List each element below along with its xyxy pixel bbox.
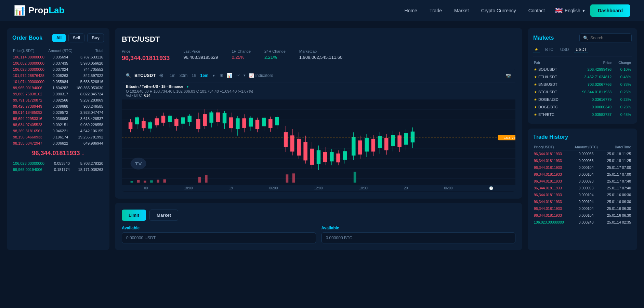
24h-change-value: 2.21% — [264, 55, 286, 60]
svg-rect-99 — [163, 179, 166, 183]
ob-buy-row[interactable]: 106,023.00000000 0.053840 5,708.278320 — [12, 160, 104, 166]
ob-sell-row[interactable]: 98,269.31816561 0.046221 4,542.106155 — [12, 128, 104, 134]
ob-sell-price: 98,694.22953316 — [12, 116, 47, 122]
ob-sell-button[interactable]: Sell — [68, 34, 84, 42]
svg-rect-101 — [205, 175, 208, 183]
chart-pair-name: Bitcoin / TetherUS · 15 · Binance — [126, 84, 183, 89]
chart-type-icon-1[interactable]: ⊞ — [220, 73, 223, 78]
24h-change-label: 24H Change — [264, 49, 286, 53]
ob-sell-row[interactable]: 98,694.22953316 0.036663 3,618.426537 — [12, 116, 104, 122]
ob-sell-total: 3,618.426537 — [74, 116, 104, 122]
svg-rect-65 — [317, 150, 320, 163]
nav-crypto[interactable]: Crypto Currency — [481, 8, 516, 13]
ob-sell-amount: 0.008263 — [47, 72, 74, 79]
market-row[interactable]: ★ BNB/USDT 703.02067766 0.78% — [533, 81, 632, 88]
last-price-label: Last Price — [183, 49, 218, 53]
market-pair-name: BTC/USDT — [538, 90, 557, 94]
svg-rect-47 — [255, 120, 259, 129]
time-1h[interactable]: 1h — [190, 72, 197, 79]
ob-sell-row[interactable]: 106,114.00000000 0.035694 3,787.633116 — [12, 54, 104, 60]
nav-home[interactable]: Home — [405, 8, 417, 13]
markets-search-box[interactable]: 🔍 — [579, 34, 632, 42]
ob-sell-row[interactable]: 99,889.75838162 0.080317 8,022.845724 — [12, 91, 104, 97]
market-pair-name: BNB/USDT — [538, 82, 557, 86]
market-pair-name: ETH/BTC — [538, 112, 554, 117]
ob-sell-row[interactable]: 99,965.00194006 1.804282 180,365.053630 — [12, 85, 104, 91]
svg-rect-51 — [269, 119, 272, 128]
add-indicator-button[interactable]: ⊕ — [159, 72, 163, 79]
market-row[interactable]: ★ ETH/BTC 0.03583737 0.48% — [533, 111, 632, 118]
th-col-datetime: Date/Time — [601, 144, 632, 150]
market-change: 0.48% — [612, 111, 632, 118]
svg-rect-25 — [181, 118, 185, 123]
camera-icon[interactable]: 📷 — [505, 73, 511, 78]
ob-sell-row[interactable]: 98,156.64660933 0.196174 19,255.781992 — [12, 134, 104, 140]
time-15m[interactable]: 15m — [199, 72, 210, 79]
indicators-button[interactable]: 📈 Indicators — [249, 73, 273, 78]
nav-trade[interactable]: Trade — [430, 8, 442, 13]
language-selector[interactable]: 🇬🇧 English ▾ — [555, 7, 585, 14]
th-price: 96,344.01811933 — [533, 185, 571, 191]
svg-rect-9 — [129, 122, 132, 129]
ob-sell-amount: 0.006622 — [47, 140, 74, 146]
market-filter-star[interactable]: ★ — [533, 46, 540, 53]
ob-sell-price: 101,074.00000000 — [12, 79, 47, 85]
ob-sell-total: 744.705552 — [74, 66, 104, 72]
ob-sell-price: 99,889.75838162 — [12, 91, 47, 97]
ob-sell-row[interactable]: 101,972.28876428 0.008263 842.597022 — [12, 72, 104, 79]
clock-icon: 🕐 — [489, 186, 493, 190]
ob-sell-amount: 1.804282 — [47, 85, 74, 91]
ob-buy-button[interactable]: Buy — [87, 34, 104, 42]
ob-buy-row[interactable]: 99,965.00194006 0.181774 18,171.038263 — [12, 166, 104, 173]
market-row[interactable]: ★ BTC/USDT 96,344.01811933 0.25% — [533, 88, 632, 96]
vol-label: Vol · BTC — [126, 93, 142, 97]
markets-search-input[interactable] — [590, 36, 628, 40]
chart-type-dropdown-icon[interactable]: ▾ — [244, 73, 246, 78]
market-filter-usdt[interactable]: USDT — [574, 46, 588, 53]
ob-sell-row[interactable]: 106,023.00000000 0.007024 744.705552 — [12, 66, 104, 72]
stat-marketcap: Marketcap 1,908,062,545,111.60 — [299, 49, 343, 62]
time-dropdown-icon[interactable]: ▾ — [211, 72, 216, 79]
market-tab[interactable]: Market — [149, 210, 178, 221]
chart-type-icon-2[interactable]: 📊 — [227, 73, 232, 78]
current-price-value: 96,344.01811933 — [32, 150, 80, 157]
ob-sell-amount: 0.036663 — [47, 116, 74, 122]
market-filter-btc[interactable]: BTC — [544, 46, 555, 53]
time-30m[interactable]: 30m — [178, 72, 189, 79]
limit-tab[interactable]: Limit — [122, 210, 146, 221]
ob-sell-row[interactable]: 98,634.07405523 0.092151 9,089.228558 — [12, 122, 104, 128]
nav-contact[interactable]: Contact — [528, 8, 545, 13]
ob-sell-amount: 0.007024 — [47, 66, 74, 72]
ob-sell-row[interactable]: 99,791.31720872 0.092566 9,237.283069 — [12, 97, 104, 103]
col-amount: Amount (BTC) — [47, 47, 74, 54]
ob-buy-price: 99,965.00194006 — [12, 166, 52, 173]
star-icon: ★ — [534, 68, 537, 71]
market-row[interactable]: ★ ETH/USDT 3,452.71624812 0.48% — [533, 73, 632, 81]
trade-history-row: 96,344.01811933 0.000104 25.01.16 06:30 — [533, 198, 632, 205]
market-col-price: Price — [569, 60, 612, 66]
market-row[interactable]: ★ DOGE/USD 0.33616779 0.23% — [533, 96, 632, 103]
ob-sell-row[interactable]: 99,426.77389449 0.009688 963.246585 — [12, 103, 104, 109]
market-price: 0.00000349 — [569, 103, 612, 111]
ob-all-button[interactable]: All — [52, 34, 66, 42]
ob-sell-row[interactable]: 106,052.00000000 0.037435 3,970.056620 — [12, 60, 104, 66]
available-row: Available 0.000000 USDT Available 0.0000… — [122, 226, 515, 243]
nav-market[interactable]: Market — [454, 8, 469, 13]
th-amount: 0.000104 — [571, 164, 601, 171]
market-filter-usd[interactable]: USD — [559, 46, 570, 53]
svg-rect-21 — [168, 116, 172, 122]
ob-sell-row[interactable]: 98,155.68472947 0.006622 649.986944 — [12, 140, 104, 146]
ob-sell-row[interactable]: 101,074.00000000 0.055984 5,658.526816 — [12, 79, 104, 85]
svg-rect-81 — [371, 139, 375, 151]
logo[interactable]: 📊 PropLab — [14, 5, 64, 16]
chart-toolbar: 🔍 BTCUSDT ⊕ 1m 30m 1h 15m ▾ ⊞ 📊 〰 ▾ — [122, 69, 515, 82]
market-row[interactable]: ★ DOGE/BTC 0.00000349 0.23% — [533, 103, 632, 111]
x-label-0: 00 — [144, 186, 148, 190]
price-marker-text: 103,734.40 — [504, 136, 515, 139]
ob-sell-total: 5,658.526816 — [74, 79, 104, 85]
chart-type-icon-3[interactable]: 〰 — [236, 73, 240, 78]
market-row[interactable]: ★ SOL/USDT 206.42999496 0.10% — [533, 66, 632, 73]
ob-sell-row[interactable]: 99,014.18485092 0.029572 2,928.047474 — [12, 109, 104, 116]
dashboard-button[interactable]: Dashboard — [590, 4, 630, 17]
time-1m[interactable]: 1m — [168, 72, 177, 79]
